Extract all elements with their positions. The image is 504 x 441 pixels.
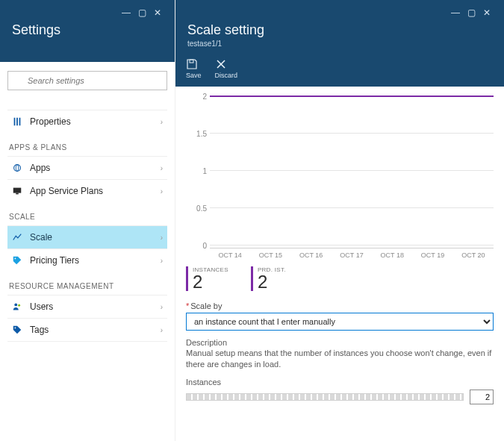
maximize-icon[interactable]: ▢ — [467, 7, 476, 18]
y-tick: 2 — [189, 93, 207, 101]
y-tick: 1.5 — [189, 130, 207, 138]
chevron-right-icon: › — [161, 303, 163, 311]
save-icon — [186, 58, 202, 70]
blade-subtitle: testase1/1 — [186, 38, 494, 54]
search-input[interactable] — [7, 71, 167, 90]
x-tick: OCT 19 — [412, 248, 452, 259]
discard-icon — [215, 58, 238, 70]
stat-instances: INSTANCES 2 — [186, 266, 228, 291]
y-tick: 0.5 — [189, 204, 207, 213]
instances-input[interactable] — [470, 390, 494, 404]
search-wrap — [7, 71, 167, 90]
instances-chart: 2 1.5 1 0.5 0 — [210, 96, 494, 245]
chevron-right-icon: › — [161, 234, 163, 242]
save-label: Save — [186, 72, 202, 79]
scale-by-select[interactable]: an instance count that I enter manually — [186, 313, 494, 331]
users-icon — [12, 301, 22, 312]
sidebar-item-label: Properties — [30, 116, 71, 127]
x-tick: OCT 20 — [453, 248, 494, 259]
svg-rect-7 — [13, 188, 22, 193]
sidebar-item-label: Tags — [30, 325, 49, 335]
scale-icon — [12, 232, 22, 243]
minimize-icon[interactable]: — — [122, 7, 131, 18]
sidebar-item-scale[interactable]: Scale › — [7, 225, 167, 248]
x-tick: OCT 14 — [210, 248, 250, 259]
scale-header: — ▢ ✕ Scale setting testase1/1 Save Disc… — [175, 0, 504, 87]
maximize-icon[interactable]: ▢ — [138, 7, 146, 18]
close-icon[interactable]: ✕ — [483, 7, 491, 18]
chevron-right-icon: › — [161, 257, 163, 265]
description-text: Manual setup means that the number of in… — [186, 348, 494, 370]
group-resource-mgmt: RESOURCE MANAGEMENT — [9, 282, 166, 290]
discard-label: Discard — [215, 72, 238, 79]
x-tick: OCT 18 — [372, 248, 412, 259]
svg-point-12 — [15, 328, 16, 329]
plans-icon — [12, 186, 22, 196]
svg-rect-3 — [16, 118, 18, 126]
group-scale: SCALE — [9, 213, 166, 221]
svg-point-9 — [15, 258, 16, 260]
svg-point-5 — [14, 165, 21, 172]
minimize-icon[interactable]: — — [451, 7, 460, 18]
instances-slider[interactable] — [186, 393, 464, 401]
sidebar-item-users[interactable]: Users › — [7, 295, 167, 318]
svg-rect-4 — [19, 118, 21, 126]
chevron-right-icon: › — [161, 164, 163, 172]
chart-x-axis: OCT 14 OCT 15 OCT 16 OCT 17 OCT 18 OCT 1… — [210, 248, 494, 259]
sidebar-item-label: Apps — [30, 163, 50, 173]
x-tick: OCT 15 — [250, 248, 290, 259]
scale-by-label: *Scale by — [186, 301, 494, 310]
sidebar-item-label: Scale — [30, 232, 52, 243]
sidebar-item-tags[interactable]: Tags › — [7, 318, 167, 342]
stat-value: 2 — [258, 273, 286, 291]
svg-rect-2 — [14, 118, 16, 126]
chart-series-line — [210, 96, 494, 97]
x-tick: OCT 17 — [332, 248, 372, 259]
x-tick: OCT 16 — [291, 248, 332, 259]
sidebar-item-properties[interactable]: Properties › — [7, 110, 167, 133]
save-button[interactable]: Save — [186, 58, 202, 79]
y-tick: 1 — [189, 167, 207, 175]
sidebar-item-label: Users — [30, 301, 53, 312]
svg-point-6 — [16, 165, 19, 172]
settings-header: — ▢ ✕ Settings — [0, 0, 175, 62]
window-controls-left: — ▢ ✕ — [10, 6, 164, 21]
y-tick: 0 — [189, 242, 207, 250]
sidebar-item-apps[interactable]: Apps › — [7, 156, 167, 179]
instances-heading: Instances — [186, 378, 494, 387]
sidebar-item-label: App Service Plans — [30, 186, 103, 196]
group-apps-plans: APPS & PLANS — [9, 143, 166, 151]
stat-prd-ist: PRD. IST. 2 — [251, 266, 286, 291]
svg-point-10 — [14, 303, 17, 306]
sidebar-item-label: Pricing Tiers — [30, 255, 79, 266]
stat-value: 2 — [193, 273, 228, 291]
settings-title: Settings — [10, 21, 164, 54]
pricing-icon — [12, 255, 22, 266]
svg-rect-8 — [16, 193, 19, 195]
blade-title: Scale setting — [186, 21, 494, 38]
close-icon[interactable]: ✕ — [154, 7, 161, 18]
apps-icon — [12, 163, 22, 173]
chevron-right-icon: › — [161, 118, 163, 126]
tags-icon — [12, 325, 22, 335]
description-heading: Description — [186, 338, 494, 347]
discard-button[interactable]: Discard — [215, 58, 238, 79]
sidebar-item-app-service-plans[interactable]: App Service Plans › — [7, 179, 167, 202]
svg-point-11 — [18, 304, 20, 307]
sidebar-item-pricing-tiers[interactable]: Pricing Tiers › — [7, 248, 167, 272]
chevron-right-icon: › — [161, 187, 163, 196]
chevron-right-icon: › — [161, 326, 163, 334]
window-controls-right: — ▢ ✕ — [186, 6, 494, 21]
properties-icon — [12, 116, 22, 127]
